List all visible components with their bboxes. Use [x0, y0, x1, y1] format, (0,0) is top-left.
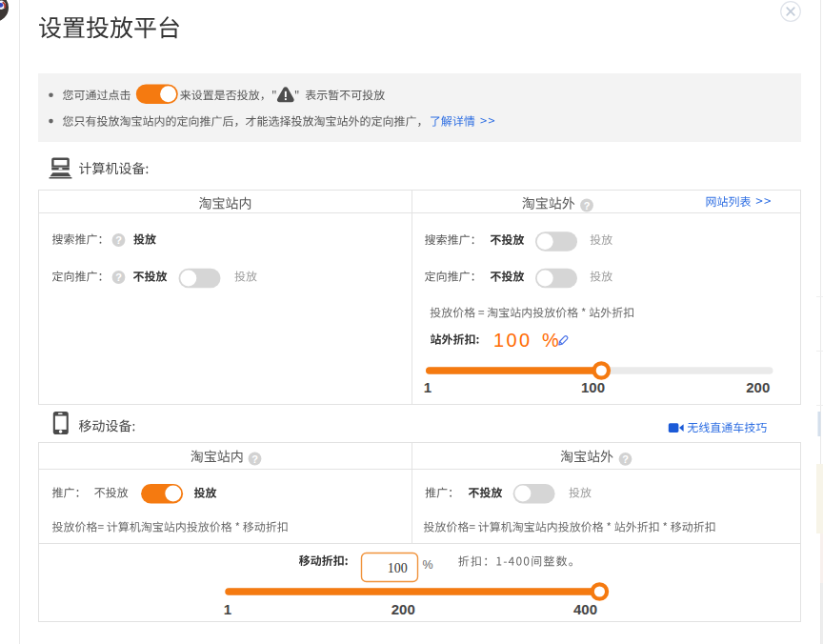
svg-text:200: 200 [391, 601, 415, 617]
svg-text:%: % [542, 330, 559, 351]
svg-text:200: 200 [746, 379, 770, 395]
svg-text:1: 1 [224, 601, 231, 617]
svg-text:?: ? [584, 200, 591, 211]
svg-text:400: 400 [573, 601, 597, 617]
svg-text:?: ? [115, 234, 122, 246]
svg-text:?: ? [115, 272, 122, 283]
svg-text:100: 100 [493, 330, 532, 351]
svg-text:?: ? [251, 453, 258, 465]
svg-text:100: 100 [581, 379, 605, 395]
svg-text:100: 100 [388, 561, 408, 575]
svg-text:%: % [423, 558, 433, 572]
svg-text:1: 1 [424, 379, 432, 395]
svg-text:?: ? [622, 453, 629, 465]
